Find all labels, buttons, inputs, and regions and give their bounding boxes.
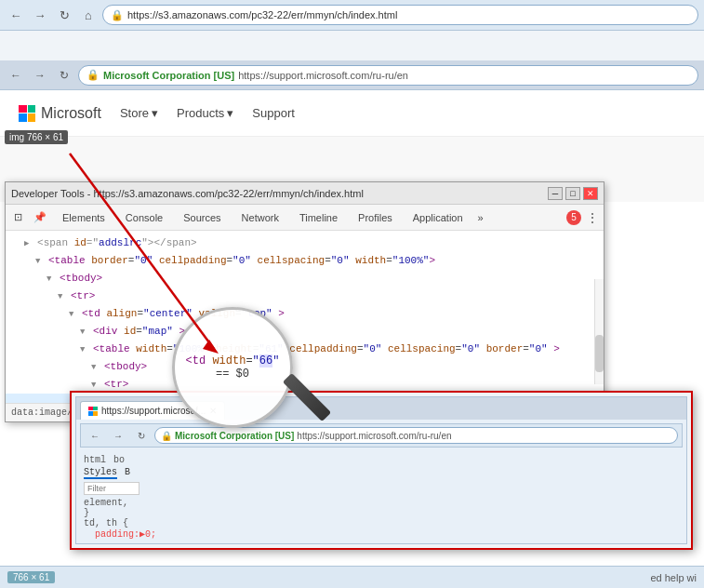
tab-timeline[interactable]: Timeline [290,207,347,228]
img-dimension-badge: img 766 × 61 [5,130,68,144]
devtools-controls: ─ □ ✕ [548,187,598,200]
ms-logo-text: Microsoft [41,105,101,122]
nested-forward-button[interactable]: → [108,425,128,446]
size-badge-1: 766 × 61 [7,571,55,583]
devtools-tab-bar: ⊡ 📌 Elements Console Sources Network Tim… [6,205,604,231]
close-button[interactable]: ✕ [583,187,598,200]
refresh-button[interactable]: ↻ [54,5,74,25]
nested-content: html bo Styles B element, } td, th { pad… [76,451,686,543]
nav-products[interactable]: Products ▾ [177,106,233,120]
devtools-pin-btn[interactable]: 📌 [29,207,51,228]
nested-browser: https://support.microsof... ✕ ← → ↻ 🔒 Mi… [75,396,687,544]
devtools-badges: 5 ⋮ [566,210,600,225]
lock-icon: 🔒 [111,9,124,21]
code-line-3: ▼ <tbody> [6,270,604,287]
tab-console[interactable]: Console [116,207,172,228]
devtools-title: Developer Tools - https://s3.amazonaws.c… [11,188,364,199]
home-button[interactable]: ⌂ [78,5,99,25]
ms-logo-grid [19,105,35,122]
tab-sources[interactable]: Sources [174,207,230,228]
second-address-bar[interactable]: 🔒 Microsoft Corporation [US] https://sup… [78,65,698,86]
devtools-titlebar: Developer Tools - https://s3.amazonaws.c… [6,182,604,205]
devtools-content: ▶ <span id="addslrc"></span> ▼ <table bo… [6,231,604,403]
nested-lock-icon: 🔒 [161,431,172,441]
address-bar[interactable]: 🔒 https://s3.amazonaws.com/pc32-22/err/m… [102,5,698,25]
nested-styles[interactable]: Styles [84,467,117,479]
code-line-4: ▼ <tr> [6,287,604,305]
address-url-2: https://support.microsoft.com/ru-ru/en [238,70,408,81]
scroll-thumb [595,335,604,372]
devtools-menu-btn[interactable]: ⋮ [585,210,600,225]
code-line-1: ▶ <span id="addslrc"></span> [6,234,604,252]
maximize-button[interactable]: □ [565,187,580,200]
bottom-status-bar: 766 × 61 ed help wi [0,566,704,588]
code-line-6: ▼ <div id="map" > [6,323,604,341]
magnifier: <td width="66" == $0 [172,307,293,428]
nested-back-button[interactable]: ← [85,425,105,446]
nested-content-bo: bo [113,455,125,465]
code-line-7: ▼ <table width="100%" height="61" cellpa… [6,341,604,358]
nested-navrow: ← → ↻ 🔒 Microsoft Corporation [US] https… [80,423,683,448]
corp-text: Microsoft Corporation [US] [103,70,234,81]
nested-corp-text: Microsoft Corporation [US] [175,431,294,441]
error-badge: 5 [566,210,581,225]
ms-logo: Microsoft [19,105,101,122]
css-line-padding: padding:▶0; [84,528,679,540]
css-line-td: td, th { [84,518,679,528]
forward-button-2[interactable]: → [30,65,50,86]
nav-support[interactable]: Support [252,106,295,120]
devtools-expand-btn[interactable]: ⊡ [9,207,27,228]
tab-profiles[interactable]: Profiles [349,207,402,228]
nested-content-html: html [84,455,106,465]
nested-address-bar[interactable]: 🔒 Microsoft Corporation [US] https://sup… [154,427,678,444]
code-line-5: ▼ <td align="center" valign="top" > [6,305,604,323]
nested-b[interactable]: B [125,467,130,479]
tab-application[interactable]: Application [404,207,472,228]
nested-tabbar: https://support.microsof... ✕ [76,397,686,420]
second-browser-bar: ← → ↻ 🔒 Microsoft Corporation [US] https… [0,60,704,90]
minimize-button[interactable]: ─ [548,187,563,200]
nav-bar: ← → ↻ ⌂ 🔒 https://s3.amazonaws.com/pc32-… [0,0,704,31]
right-text: ed help wi [650,572,697,583]
code-line-2: ▼ <table border="0" cellpadding="0" cell… [6,252,604,270]
tab-elements[interactable]: Elements [53,207,114,228]
lock-icon-2: 🔒 [86,69,100,81]
back-button-2[interactable]: ← [6,65,26,86]
filter-input[interactable] [84,482,139,495]
magnifier-content: <td width="66" == $0 [175,345,290,390]
back-button[interactable]: ← [6,5,26,25]
devtools-more-btn[interactable]: » [474,212,487,223]
nested-url: https://support.microsoft.com/ru-ru/en [297,431,451,441]
ms-navbar: Microsoft Store ▾ Products ▾ Support [0,90,704,137]
tab-network[interactable]: Network [232,207,288,228]
code-line-8: ▼ <tbody> [6,358,604,376]
css-line-close: } [84,508,679,518]
nested-refresh-button[interactable]: ↻ [131,425,152,446]
forward-button[interactable]: → [30,5,50,25]
sub-browser-popup: 📄 2Q== (766×61) ✕ ← → ↻ ⌂ 📄 data:image/j… [70,391,693,550]
refresh-button-2[interactable]: ↻ [54,65,74,86]
address-text: https://s3.amazonaws.com/pc32-22/err/mmy… [127,9,397,20]
css-line-element: element, [84,498,679,508]
nav-store[interactable]: Store ▾ [120,106,158,120]
devtools-scrollbar[interactable] [594,279,604,384]
